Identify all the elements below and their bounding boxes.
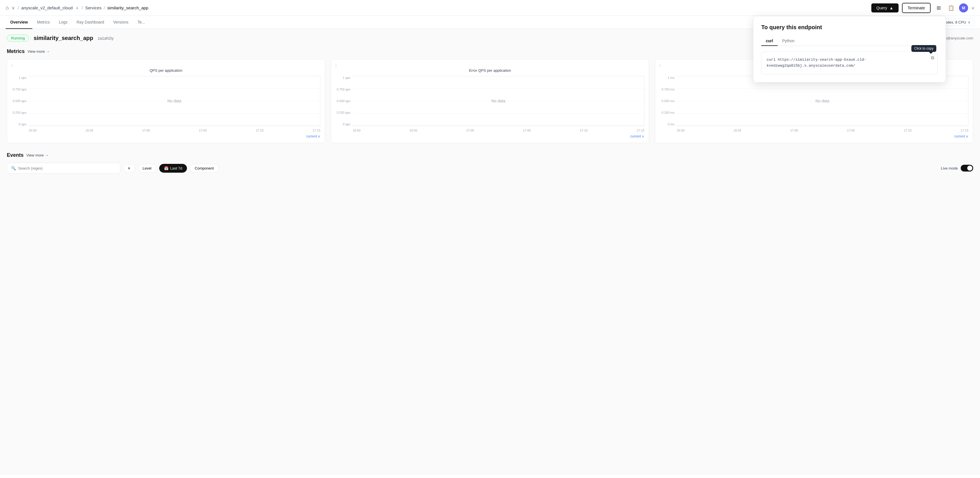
chart-qps-title: QPS per application	[12, 68, 320, 73]
tabs-left: Overview Metrics Logs Ray Dashboard Vers…	[6, 16, 150, 29]
cloud-chevron-icon[interactable]: ⟡	[75, 6, 80, 10]
tab-logs[interactable]: Logs	[54, 16, 72, 29]
chart-qps-area: 1 qps 0.750 qps 0.500 qps 0.250 qps 0 qp…	[12, 76, 320, 133]
copy-button[interactable]: ⧉ Click to copy	[931, 55, 934, 60]
breadcrumb-cloud[interactable]: anyscale_v2_default_cloud	[21, 5, 73, 10]
chart-p90-nodata: No data	[815, 98, 829, 103]
chart-info-icon-2: i	[336, 64, 644, 67]
breadcrumb-sep-2: /	[82, 5, 83, 10]
level-label: Level	[143, 166, 151, 170]
live-mode-toggle[interactable]	[961, 165, 973, 172]
chart-qps-current[interactable]: current ∨	[306, 134, 320, 138]
last7d-label: Last 7d	[170, 166, 183, 170]
chart-p90-current[interactable]: current ∨	[955, 134, 968, 138]
chart-p90-x-axis: 16:50 16:55 17:00 17:05 17:10 17:15	[677, 126, 968, 133]
query-panel-title: To query this endpoint	[761, 24, 938, 31]
avatar[interactable]: M	[959, 3, 968, 13]
toggle-knob	[967, 165, 972, 171]
terminate-button[interactable]: Terminate	[902, 3, 931, 13]
chart-error-qps-footer: current ∨	[336, 134, 644, 138]
chart-qps-y-axis: 1 qps 0.750 qps 0.500 qps 0.250 qps 0 qp…	[12, 76, 29, 126]
chart-error-qps-current[interactable]: current ∨	[630, 134, 644, 138]
live-mode-label: Live mode	[941, 166, 958, 170]
chart-p90-y-axis: 1 ms 0.750 ms 0.500 ms 0.250 ms 0 ms	[660, 76, 677, 126]
top-bar: ⌂ ∨ / anyscale_v2_default_cloud ⟡ / Serv…	[0, 0, 980, 16]
chart-p90-footer: current ∨	[660, 134, 968, 138]
chart-p90-area: 1 ms 0.750 ms 0.500 ms 0.250 ms 0 ms No …	[660, 76, 968, 133]
code-block: curl https://similarity-search-app-bxauk…	[761, 52, 938, 74]
query-button[interactable]: Query ▲	[871, 3, 899, 13]
chart-qps-footer: current ∨	[12, 134, 320, 138]
chart-info-icon-1: i	[12, 64, 320, 67]
events-view-more[interactable]: View more →	[26, 153, 49, 157]
query-tab-curl[interactable]: curl	[761, 36, 778, 46]
tab-versions[interactable]: Versions	[109, 16, 133, 29]
level-button[interactable]: Level	[138, 164, 156, 173]
chart-error-qps-nodata: No data	[492, 98, 505, 103]
calendar-icon: 📅	[164, 166, 169, 170]
view-more-arrow-icon: →	[46, 49, 50, 54]
copy-icon: ⧉	[931, 55, 934, 60]
curl-command: curl https://similarity-search-app-bxauk…	[767, 57, 866, 68]
chart-error-qps-y-axis: 1 qps 0.750 qps 0.500 qps 0.250 qps 0 qp…	[336, 76, 353, 126]
metrics-title: Metrics	[7, 48, 25, 54]
filter-icon: ≡	[128, 166, 130, 170]
breadcrumb-app: similarity_search_app	[107, 5, 148, 10]
live-mode: Live mode	[941, 165, 973, 172]
user-chevron-icon[interactable]: ∨	[972, 6, 974, 10]
nodes-chevron-icon: ∨	[968, 20, 970, 24]
chart-error-qps-area: 1 qps 0.750 qps 0.500 qps 0.250 qps 0 qp…	[336, 76, 644, 133]
breadcrumb-services[interactable]: Services	[85, 5, 102, 10]
home-chevron-icon[interactable]: ∨	[11, 6, 16, 10]
query-button-label: Query	[877, 6, 887, 10]
events-section: Events View more → 🔍 ≡ Level 📅 Last 7d	[7, 152, 973, 173]
copy-tooltip: Click to copy	[912, 45, 936, 52]
search-box: 🔍	[7, 163, 120, 173]
search-input[interactable]	[18, 166, 116, 170]
grid-icon[interactable]: ⊞	[934, 3, 943, 13]
chart-error-qps-title: Error QPS per application	[336, 68, 644, 73]
chart-error-qps: i Error QPS per application 1 qps 0.750 …	[331, 59, 649, 143]
tab-ray-dashboard[interactable]: Ray Dashboard	[72, 16, 109, 29]
bookmark-icon[interactable]: 📋	[947, 3, 956, 13]
chart-error-qps-x-axis: 16:50 16:55 17:00 17:05 17:10 17:15	[353, 126, 644, 133]
chart-p90-plot: No data	[677, 76, 968, 126]
chart-qps-nodata: No data	[167, 98, 181, 103]
current-chevron-icon-2: ∨	[642, 134, 644, 138]
home-icon[interactable]: ⌂	[6, 5, 9, 11]
search-icon: 🔍	[11, 166, 16, 170]
tab-overview[interactable]: Overview	[6, 16, 32, 29]
filter-button[interactable]: ≡	[123, 164, 135, 173]
tab-metrics[interactable]: Metrics	[32, 16, 54, 29]
search-filter-bar: 🔍 ≡ Level 📅 Last 7d Component Live mode	[7, 163, 973, 173]
component-label: Component	[195, 166, 214, 170]
main-content: Running similarity_search_app za1ah2iy 5…	[0, 29, 980, 475]
service-id: za1ah2iy	[98, 36, 114, 41]
events-title: Events	[7, 152, 24, 158]
breadcrumb-sep-1: /	[18, 5, 19, 10]
last7d-button[interactable]: 📅 Last 7d	[159, 164, 187, 173]
chart-qps-plot: No data	[29, 76, 320, 126]
chart-qps: i QPS per application 1 qps 0.750 qps 0.…	[7, 59, 325, 143]
query-panel: To query this endpoint curl Python curl …	[753, 16, 946, 83]
query-chevron-icon: ▲	[889, 6, 894, 10]
chart-error-qps-plot: No data	[353, 76, 644, 126]
events-section-header: Events View more →	[7, 152, 973, 158]
events-view-more-arrow-icon: →	[45, 153, 49, 157]
breadcrumb: ⌂ ∨ / anyscale_v2_default_cloud ⟡ / Serv…	[6, 5, 148, 11]
current-chevron-icon: ∨	[318, 134, 320, 138]
component-button[interactable]: Component	[190, 164, 218, 173]
tab-te[interactable]: Te...	[133, 16, 150, 29]
status-badge: Running	[7, 35, 29, 42]
breadcrumb-sep-3: /	[104, 5, 105, 10]
metrics-view-more[interactable]: View more →	[27, 49, 50, 54]
chart-qps-x-axis: 16:50 16:55 17:00 17:05 17:10 17:15	[29, 126, 320, 133]
service-name: similarity_search_app	[33, 35, 93, 41]
query-panel-tabs: curl Python	[761, 36, 938, 46]
current-chevron-icon-3: ∨	[966, 134, 968, 138]
top-bar-actions: Query ▲ Terminate ⊞ 📋 M ∨	[871, 3, 974, 13]
query-tab-python[interactable]: Python	[778, 36, 799, 46]
